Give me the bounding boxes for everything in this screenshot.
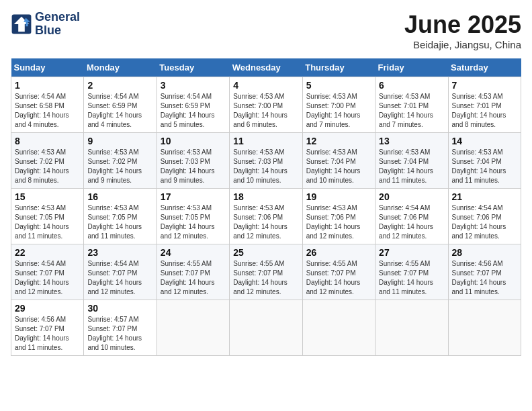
day-info: Sunrise: 4:53 AM Sunset: 7:01 PM Dayligh… (452, 92, 517, 130)
day-info: Sunrise: 4:55 AM Sunset: 7:07 PM Dayligh… (379, 259, 444, 297)
calendar-cell: 12 Sunrise: 4:53 AM Sunset: 7:04 PM Dayl… (302, 133, 375, 189)
day-number: 24 (161, 247, 226, 258)
day-info: Sunrise: 4:53 AM Sunset: 7:01 PM Dayligh… (379, 92, 444, 130)
weekday-header: Thursday (302, 58, 375, 77)
calendar-cell: 5 Sunrise: 4:53 AM Sunset: 7:00 PM Dayli… (302, 77, 375, 133)
day-info: Sunrise: 4:53 AM Sunset: 7:04 PM Dayligh… (452, 148, 517, 185)
day-number: 17 (161, 191, 226, 202)
calendar-cell: 21 Sunrise: 4:54 AM Sunset: 7:06 PM Dayl… (448, 189, 521, 244)
day-info: Sunrise: 4:53 AM Sunset: 7:02 PM Dayligh… (87, 148, 152, 185)
title-block: June 2025 Beidajie, Jiangsu, China (404, 11, 521, 50)
calendar-cell: 11 Sunrise: 4:53 AM Sunset: 7:03 PM Dayl… (230, 133, 302, 189)
day-number: 30 (87, 303, 152, 314)
calendar-week-row: 22 Sunrise: 4:54 AM Sunset: 7:07 PM Dayl… (11, 244, 521, 300)
calendar-cell: 24 Sunrise: 4:55 AM Sunset: 7:07 PM Dayl… (157, 244, 229, 300)
day-number: 5 (306, 80, 371, 91)
calendar-cell (375, 300, 448, 356)
day-info: Sunrise: 4:55 AM Sunset: 7:07 PM Dayligh… (306, 259, 371, 297)
calendar-cell: 2 Sunrise: 4:54 AM Sunset: 6:59 PM Dayli… (84, 77, 157, 133)
calendar-cell: 19 Sunrise: 4:53 AM Sunset: 7:06 PM Dayl… (302, 189, 375, 244)
day-info: Sunrise: 4:53 AM Sunset: 7:06 PM Dayligh… (306, 203, 371, 241)
day-number: 28 (452, 247, 517, 258)
day-info: Sunrise: 4:53 AM Sunset: 7:05 PM Dayligh… (161, 203, 226, 241)
day-info: Sunrise: 4:53 AM Sunset: 7:03 PM Dayligh… (233, 148, 298, 185)
logo-line1: General (35, 11, 80, 24)
day-number: 23 (87, 247, 152, 258)
day-number: 13 (379, 136, 444, 146)
day-info: Sunrise: 4:53 AM Sunset: 7:05 PM Dayligh… (87, 203, 152, 241)
weekday-header: Sunday (11, 58, 84, 77)
calendar-cell: 26 Sunrise: 4:55 AM Sunset: 7:07 PM Dayl… (302, 244, 375, 300)
day-number: 9 (87, 136, 152, 146)
day-number: 29 (15, 303, 80, 314)
day-number: 12 (306, 136, 371, 146)
day-number: 4 (233, 80, 298, 91)
calendar-cell: 22 Sunrise: 4:54 AM Sunset: 7:07 PM Dayl… (11, 244, 84, 300)
day-info: Sunrise: 4:53 AM Sunset: 7:00 PM Dayligh… (306, 92, 371, 130)
day-info: Sunrise: 4:53 AM Sunset: 7:06 PM Dayligh… (233, 203, 298, 241)
calendar-cell: 23 Sunrise: 4:54 AM Sunset: 7:07 PM Dayl… (84, 244, 157, 300)
day-info: Sunrise: 4:53 AM Sunset: 7:03 PM Dayligh… (161, 148, 226, 185)
calendar-table: SundayMondayTuesdayWednesdayThursdayFrid… (11, 58, 521, 356)
calendar-cell: 16 Sunrise: 4:53 AM Sunset: 7:05 PM Dayl… (84, 189, 157, 244)
day-info: Sunrise: 4:54 AM Sunset: 6:59 PM Dayligh… (161, 92, 226, 130)
calendar-cell: 9 Sunrise: 4:53 AM Sunset: 7:02 PM Dayli… (84, 133, 157, 189)
location: Beidajie, Jiangsu, China (404, 39, 521, 50)
day-number: 10 (161, 136, 226, 146)
day-number: 19 (306, 191, 371, 202)
day-info: Sunrise: 4:53 AM Sunset: 7:05 PM Dayligh… (15, 203, 80, 241)
day-info: Sunrise: 4:53 AM Sunset: 7:04 PM Dayligh… (379, 148, 444, 185)
day-number: 27 (379, 247, 444, 258)
day-info: Sunrise: 4:53 AM Sunset: 7:04 PM Dayligh… (306, 148, 371, 185)
day-number: 18 (233, 191, 298, 202)
calendar-cell: 29 Sunrise: 4:56 AM Sunset: 7:07 PM Dayl… (11, 300, 84, 356)
calendar-cell (157, 300, 229, 356)
calendar-cell: 18 Sunrise: 4:53 AM Sunset: 7:06 PM Dayl… (230, 189, 302, 244)
day-number: 6 (379, 80, 444, 91)
calendar-cell: 7 Sunrise: 4:53 AM Sunset: 7:01 PM Dayli… (448, 77, 521, 133)
weekday-header: Monday (84, 58, 157, 77)
logo-line2: Blue (35, 24, 80, 38)
calendar-cell: 1 Sunrise: 4:54 AM Sunset: 6:58 PM Dayli… (11, 77, 84, 133)
day-number: 3 (161, 80, 226, 91)
day-info: Sunrise: 4:54 AM Sunset: 7:07 PM Dayligh… (87, 259, 152, 297)
weekday-header: Wednesday (230, 58, 302, 77)
calendar-cell: 15 Sunrise: 4:53 AM Sunset: 7:05 PM Dayl… (11, 189, 84, 244)
day-info: Sunrise: 4:53 AM Sunset: 7:00 PM Dayligh… (233, 92, 298, 130)
day-info: Sunrise: 4:54 AM Sunset: 7:07 PM Dayligh… (15, 259, 80, 297)
calendar-cell: 28 Sunrise: 4:56 AM Sunset: 7:07 PM Dayl… (448, 244, 521, 300)
day-info: Sunrise: 4:53 AM Sunset: 7:02 PM Dayligh… (15, 148, 80, 185)
month-title: June 2025 (404, 11, 521, 39)
day-number: 20 (379, 191, 444, 202)
day-number: 7 (452, 80, 517, 91)
calendar-cell: 25 Sunrise: 4:55 AM Sunset: 7:07 PM Dayl… (230, 244, 302, 300)
calendar-cell: 10 Sunrise: 4:53 AM Sunset: 7:03 PM Dayl… (157, 133, 229, 189)
day-info: Sunrise: 4:56 AM Sunset: 7:07 PM Dayligh… (15, 315, 80, 353)
day-number: 11 (233, 136, 298, 146)
day-info: Sunrise: 4:56 AM Sunset: 7:07 PM Dayligh… (452, 259, 517, 297)
calendar-cell: 30 Sunrise: 4:57 AM Sunset: 7:07 PM Dayl… (84, 300, 157, 356)
calendar-cell (448, 300, 521, 356)
calendar-cell (302, 300, 375, 356)
calendar-week-row: 15 Sunrise: 4:53 AM Sunset: 7:05 PM Dayl… (11, 189, 521, 244)
calendar-week-row: 1 Sunrise: 4:54 AM Sunset: 6:58 PM Dayli… (11, 77, 521, 133)
calendar-cell (230, 300, 302, 356)
weekday-header: Tuesday (157, 58, 229, 77)
calendar-cell: 3 Sunrise: 4:54 AM Sunset: 6:59 PM Dayli… (157, 77, 229, 133)
day-number: 26 (306, 247, 371, 258)
calendar-cell: 4 Sunrise: 4:53 AM Sunset: 7:00 PM Dayli… (230, 77, 302, 133)
day-number: 25 (233, 247, 298, 258)
day-number: 15 (15, 191, 80, 202)
day-number: 21 (452, 191, 517, 202)
weekday-header-row: SundayMondayTuesdayWednesdayThursdayFrid… (11, 58, 521, 77)
weekday-header: Saturday (448, 58, 521, 77)
calendar-cell: 20 Sunrise: 4:54 AM Sunset: 7:06 PM Dayl… (375, 189, 448, 244)
logo-icon (11, 13, 32, 35)
calendar-cell: 14 Sunrise: 4:53 AM Sunset: 7:04 PM Dayl… (448, 133, 521, 189)
day-info: Sunrise: 4:54 AM Sunset: 6:58 PM Dayligh… (15, 92, 80, 130)
day-number: 16 (87, 191, 152, 202)
day-number: 14 (452, 136, 517, 146)
day-info: Sunrise: 4:54 AM Sunset: 7:06 PM Dayligh… (452, 203, 517, 241)
day-info: Sunrise: 4:54 AM Sunset: 6:59 PM Dayligh… (87, 92, 152, 130)
day-number: 2 (87, 80, 152, 91)
